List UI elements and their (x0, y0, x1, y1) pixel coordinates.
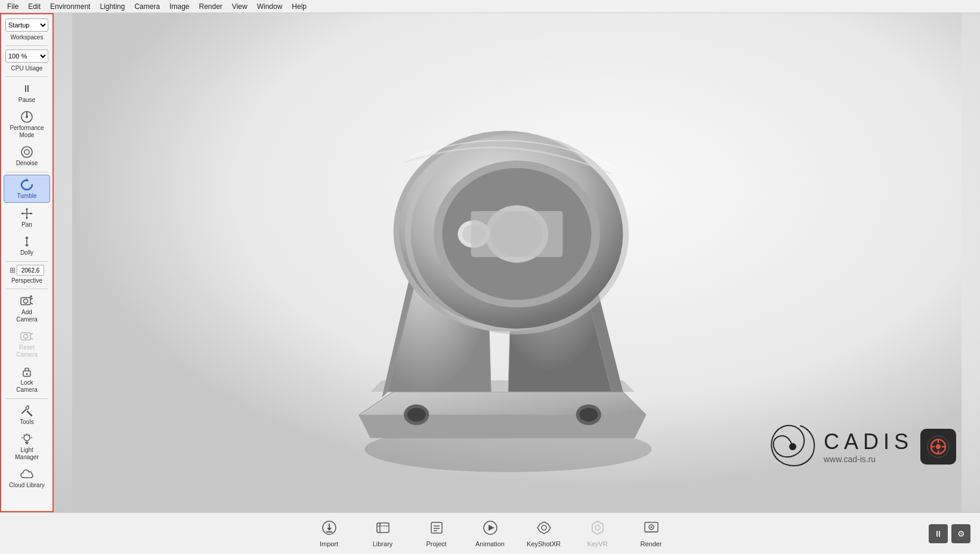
cloud-library-button[interactable]: Cloud Library (4, 465, 50, 491)
tools-button[interactable]: Tools (4, 401, 50, 428)
camera-value-row: ⊞ (10, 265, 44, 276)
cadis-title: CADIS (824, 429, 913, 454)
animation-icon (483, 520, 498, 539)
reset-camera-button[interactable]: ResetCamera (4, 327, 50, 361)
workspace-dropdown[interactable]: Startup Default Custom (5, 18, 48, 32)
pause-render-button[interactable]: ⏸ (929, 524, 948, 543)
cloud-library-icon (20, 467, 34, 481)
cadis-text-block: CADIS www.cad-is.ru (824, 429, 913, 464)
light-manager-label: LightManager (15, 447, 38, 461)
tumble-label: Tumble (17, 193, 37, 200)
svg-marker-64 (327, 528, 332, 531)
lock-camera-label: LockCamera (16, 379, 38, 394)
cadis-badge (920, 429, 956, 465)
library-button[interactable]: Library (356, 515, 410, 553)
menu-camera[interactable]: Camera (129, 1, 165, 12)
bottom-toolbar: Import Library Project (0, 512, 980, 554)
menu-environment[interactable]: Environment (45, 1, 95, 12)
divider-4 (6, 261, 48, 262)
menu-lighting[interactable]: Lighting (95, 1, 129, 12)
tools-label: Tools (20, 419, 33, 426)
menu-window[interactable]: Window (252, 1, 287, 12)
add-camera-button[interactable]: AddCamera (4, 292, 50, 326)
svg-line-27 (27, 411, 32, 416)
menu-edit[interactable]: Edit (23, 1, 45, 12)
import-button[interactable]: Import (302, 515, 356, 553)
tumble-icon (20, 178, 34, 192)
svg-point-39 (579, 408, 598, 422)
svg-marker-74 (489, 525, 494, 531)
svg-point-25 (26, 373, 28, 375)
cpu-label: CPU Usage (11, 65, 43, 72)
tumble-button[interactable]: Tumble (4, 175, 50, 203)
svg-line-32 (24, 435, 25, 436)
svg-point-1 (26, 116, 28, 118)
menu-file[interactable]: File (2, 1, 23, 12)
svg-marker-12 (25, 244, 29, 247)
divider-2 (6, 76, 48, 77)
denoise-icon (20, 145, 34, 159)
svg-point-76 (595, 525, 600, 530)
project-icon (429, 520, 444, 539)
tools-icon (20, 404, 34, 418)
performance-mode-button[interactable]: PerformanceMode (4, 107, 50, 141)
svg-marker-13 (25, 236, 29, 239)
cloud-library-label: Cloud Library (9, 482, 44, 489)
svg-point-75 (542, 525, 546, 530)
workspace-label: Workspaces (11, 34, 44, 41)
svg-rect-53 (471, 211, 563, 257)
svg-point-79 (650, 526, 652, 528)
viewport[interactable]: CADIS www.cad-is.ru (54, 13, 980, 512)
left-sidebar: Startup Default Custom Workspaces 25 % 5… (0, 13, 54, 512)
dolly-label: Dolly (20, 249, 33, 256)
keyshot-xr-icon (536, 520, 552, 539)
light-manager-button[interactable]: LightManager (4, 429, 50, 463)
performance-icon (20, 110, 34, 124)
keyshot-xr-label: KeyShotXR (527, 540, 561, 547)
bottom-right-controls: ⏸ ⚙ (929, 524, 970, 543)
pan-label: Pan (21, 221, 32, 228)
render-settings-button[interactable]: ⚙ (951, 524, 970, 543)
menu-view[interactable]: View (227, 1, 252, 12)
light-manager-icon (20, 432, 34, 446)
pause-label: Pause (18, 97, 35, 104)
animation-button[interactable]: Animation (463, 515, 517, 553)
cadis-logo: CADIS www.cad-is.ru (769, 423, 956, 471)
animation-label: Animation (475, 540, 505, 547)
divider-1 (6, 45, 48, 46)
project-button[interactable]: Project (410, 515, 463, 553)
svg-point-57 (936, 444, 941, 449)
dolly-button[interactable]: Dolly (4, 232, 50, 259)
divider-6 (6, 398, 48, 399)
svg-marker-9 (21, 212, 23, 215)
reset-camera-icon (20, 329, 34, 343)
keyvr-button[interactable]: KeyVR (571, 515, 625, 553)
menu-render[interactable]: Render (194, 1, 227, 12)
performance-label: PerformanceMode (10, 125, 44, 139)
svg-marker-8 (26, 217, 28, 219)
denoise-label: Denoise (16, 160, 38, 167)
svg-marker-10 (30, 212, 33, 215)
cpu-dropdown[interactable]: 25 % 50 % 75 % 100 % (5, 49, 48, 63)
render-button[interactable]: Render (625, 515, 678, 553)
camera-distance-input[interactable] (17, 265, 44, 276)
menu-help[interactable]: Help (287, 1, 311, 12)
reset-camera-label: ResetCamera (16, 344, 38, 358)
pan-icon (20, 206, 34, 221)
import-icon (321, 520, 337, 539)
divider-3 (6, 172, 48, 172)
lock-camera-button[interactable]: LockCamera (4, 362, 50, 396)
svg-point-15 (24, 299, 28, 304)
svg-marker-7 (26, 208, 28, 210)
add-camera-label: AddCamera (16, 309, 38, 323)
keyshot-xr-button[interactable]: KeyShotXR (517, 515, 571, 553)
add-camera-icon (20, 294, 34, 308)
import-label: Import (320, 540, 338, 547)
svg-point-37 (407, 408, 426, 422)
pause-button[interactable]: ⏸ Pause (4, 79, 50, 106)
menu-bar: File Edit Environment Lighting Camera Im… (0, 0, 980, 13)
menu-image[interactable]: Image (165, 1, 194, 12)
render-icon (644, 520, 659, 539)
pan-button[interactable]: Pan (4, 204, 50, 231)
denoise-button[interactable]: Denoise (4, 143, 50, 169)
